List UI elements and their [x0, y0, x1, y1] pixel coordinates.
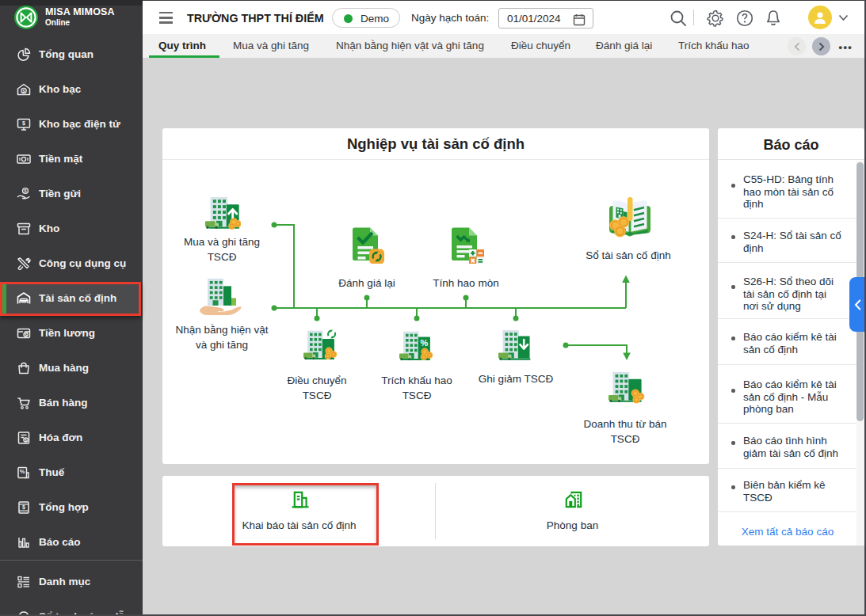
svg-text:%: %: [20, 468, 25, 475]
svg-text:%: %: [420, 338, 428, 348]
svg-text:$: $: [22, 504, 25, 511]
svg-text:$: $: [22, 120, 25, 127]
